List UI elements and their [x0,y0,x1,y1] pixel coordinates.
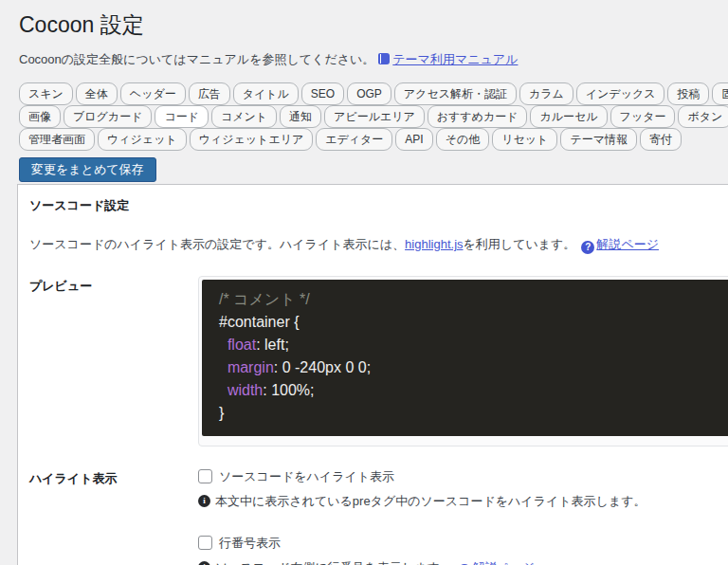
settings-tab[interactable]: ブログカード [64,105,152,128]
code-line: /* コメント */ [219,288,728,311]
settings-tab[interactable]: リセット [492,128,557,151]
highlight-field: ソースコードをハイライト表示 i 本文中に表示されているpreタグ中のソースコー… [198,468,728,565]
settings-page: Cocoon 設定 Cocoonの設定全般についてはマニュアルを参照してください… [0,0,728,182]
question-icon: ? [581,241,594,254]
manual-link[interactable]: テーマ利用マニュアル [392,52,518,66]
preview-row: プレビュー /* コメント */#container { float: left… [29,276,728,447]
settings-tab[interactable]: コメント [211,105,277,128]
highlight-info-text: 本文中に表示されているpreタグ中のソースコードをハイライト表示します。 [215,493,646,510]
settings-tab[interactable]: インデックス [576,82,665,105]
book-icon [378,53,390,64]
line-number-group: 行番号表示 i ソースコード左側に行番号を表示します。?解説ページ [198,535,728,565]
settings-tab[interactable]: その他 [436,128,490,151]
highlight-checkbox[interactable] [198,469,212,483]
settings-tab[interactable]: API [395,128,432,151]
settings-tab[interactable]: 管理者画面 [19,128,95,151]
settings-tab[interactable]: 投稿 [667,82,709,105]
settings-tab[interactable]: タイトル [233,82,299,105]
line-number-info-inner: ソースコード左側に行番号を表示します。 [215,560,452,565]
code-line: float: left; [219,334,728,356]
section-description: ソースコードのハイライト表示の設定です。ハイライト表示には、highlight.… [29,235,728,254]
code-line: width: 100%; [219,379,728,402]
intro-description: Cocoonの設定全般についてはマニュアルを参照してください。 [19,52,374,66]
settings-tab[interactable]: 画像 [19,105,61,128]
settings-tab[interactable]: 全体 [76,82,118,105]
settings-tab[interactable]: フッター [610,105,676,128]
settings-tab[interactable]: OGP [347,82,391,105]
preview-label: プレビュー [29,276,198,447]
settings-tab[interactable]: おすすめカード [428,105,528,128]
settings-tab[interactable]: SEO [301,82,344,105]
settings-tabs: スキン全体ヘッダー広告タイトルSEOOGPアクセス解析・認証カラムインデックス投… [19,82,728,151]
section-title: ソースコード設定 [29,195,728,214]
code-preview-frame: /* コメント */#container { float: left; marg… [198,276,728,447]
line-number-checkbox[interactable] [198,536,212,550]
section-description-tail: を利用しています。 [464,237,576,251]
settings-tab[interactable]: ヘッダー [120,82,186,105]
settings-tab[interactable]: カルーセル [530,105,607,128]
settings-tab[interactable]: テーマ情報 [560,128,637,151]
highlight-checkbox-row: ソースコードをハイライト表示 [198,468,728,485]
code-line: #container { [219,311,728,334]
section-help-link[interactable]: 解説ページ [596,237,659,251]
intro-text: Cocoonの設定全般についてはマニュアルを参照してください。テーマ利用マニュア… [19,50,728,68]
highlight-row: ハイライト表示 ソースコードをハイライト表示 i 本文中に表示されているpreタ… [29,468,728,565]
settings-tab[interactable]: カラム [519,82,573,105]
tab-row-3: 管理者画面ウィジェットウィジェットエリアエディターAPIその他リセットテーマ情報… [19,128,728,151]
section-description-text: ソースコードのハイライト表示の設定です。ハイライト表示には、 [29,237,405,251]
source-code-settings-panel: ソースコード設定 ソースコードのハイライト表示の設定です。ハイライト表示には、h… [17,184,728,565]
tab-row-1: スキン全体ヘッダー広告タイトルSEOOGPアクセス解析・認証カラムインデックス投… [19,82,728,105]
settings-tab[interactable]: ボタン [678,105,728,128]
highlight-checkbox-label: ソースコードをハイライト表示 [219,468,394,485]
settings-tab[interactable]: ウィジェット [98,128,187,151]
line-number-checkbox-label: 行番号表示 [219,535,281,552]
tab-row-2: 画像ブログカードコードコメント通知アピールエリアおすすめカードカルーセルフッター… [19,105,728,128]
settings-tab[interactable]: コード [155,105,209,128]
highlight-label: ハイライト表示 [29,468,198,565]
highlightjs-link[interactable]: highlight.js [405,237,463,251]
line-number-checkbox-row: 行番号表示 [198,535,728,552]
code-line: margin: 0 -240px 0 0; [219,356,728,379]
settings-tab[interactable]: 通知 [280,105,321,128]
line-number-help-link[interactable]: 解説ページ [473,560,536,565]
settings-tab[interactable]: アピールエリア [324,105,425,128]
preview-field: /* コメント */#container { float: left; marg… [198,276,728,447]
code-line: } [219,402,728,425]
highlight-info: i 本文中に表示されているpreタグ中のソースコードをハイライト表示します。 [198,493,728,510]
settings-tab[interactable]: ウィジェットエリア [190,128,314,151]
info-icon: i [198,495,210,507]
settings-tab[interactable]: 固定ページ [712,82,728,105]
settings-tab[interactable]: スキン [19,82,73,105]
page-title: Cocoon 設定 [19,11,728,39]
settings-tab[interactable]: 寄付 [640,128,682,151]
line-number-info: i ソースコード左側に行番号を表示します。?解説ページ [198,559,728,565]
settings-tab[interactable]: アクセス解析・認証 [394,82,517,105]
settings-tab[interactable]: 広告 [189,82,230,105]
settings-tab[interactable]: エディター [316,128,392,151]
info-icon: i [198,561,210,565]
line-number-info-text: ソースコード左側に行番号を表示します。?解説ページ [215,559,535,565]
code-preview: /* コメント */#container { float: left; marg… [202,280,728,436]
save-all-button[interactable]: 変更をまとめて保存 [19,157,156,182]
